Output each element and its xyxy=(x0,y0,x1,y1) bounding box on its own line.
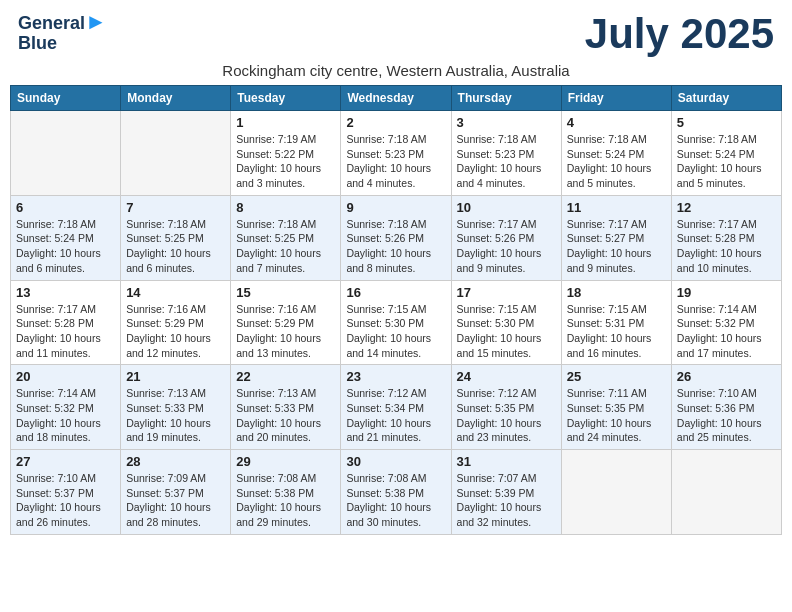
day-number: 12 xyxy=(677,200,776,215)
day-info: Sunrise: 7:18 AMSunset: 5:25 PMDaylight:… xyxy=(236,217,335,276)
calendar-cell xyxy=(561,450,671,535)
day-number: 21 xyxy=(126,369,225,384)
calendar-header-row: SundayMondayTuesdayWednesdayThursdayFrid… xyxy=(11,86,782,111)
calendar-cell: 13Sunrise: 7:17 AMSunset: 5:28 PMDayligh… xyxy=(11,280,121,365)
day-number: 3 xyxy=(457,115,556,130)
calendar-cell: 15Sunrise: 7:16 AMSunset: 5:29 PMDayligh… xyxy=(231,280,341,365)
logo-general: General► xyxy=(18,10,107,34)
day-number: 19 xyxy=(677,285,776,300)
page-header: General► Blue July 2025 xyxy=(10,10,782,58)
weekday-header-saturday: Saturday xyxy=(671,86,781,111)
day-number: 7 xyxy=(126,200,225,215)
day-number: 11 xyxy=(567,200,666,215)
calendar-cell: 17Sunrise: 7:15 AMSunset: 5:30 PMDayligh… xyxy=(451,280,561,365)
calendar-cell: 27Sunrise: 7:10 AMSunset: 5:37 PMDayligh… xyxy=(11,450,121,535)
calendar-week-row: 13Sunrise: 7:17 AMSunset: 5:28 PMDayligh… xyxy=(11,280,782,365)
calendar-cell: 26Sunrise: 7:10 AMSunset: 5:36 PMDayligh… xyxy=(671,365,781,450)
day-info: Sunrise: 7:18 AMSunset: 5:26 PMDaylight:… xyxy=(346,217,445,276)
day-info: Sunrise: 7:18 AMSunset: 5:25 PMDaylight:… xyxy=(126,217,225,276)
day-info: Sunrise: 7:13 AMSunset: 5:33 PMDaylight:… xyxy=(236,386,335,445)
day-info: Sunrise: 7:14 AMSunset: 5:32 PMDaylight:… xyxy=(16,386,115,445)
day-info: Sunrise: 7:16 AMSunset: 5:29 PMDaylight:… xyxy=(236,302,335,361)
calendar-cell: 2Sunrise: 7:18 AMSunset: 5:23 PMDaylight… xyxy=(341,111,451,196)
weekday-header-sunday: Sunday xyxy=(11,86,121,111)
day-number: 10 xyxy=(457,200,556,215)
day-info: Sunrise: 7:14 AMSunset: 5:32 PMDaylight:… xyxy=(677,302,776,361)
calendar-cell: 28Sunrise: 7:09 AMSunset: 5:37 PMDayligh… xyxy=(121,450,231,535)
day-number: 18 xyxy=(567,285,666,300)
day-number: 1 xyxy=(236,115,335,130)
calendar-cell xyxy=(671,450,781,535)
day-number: 5 xyxy=(677,115,776,130)
calendar-cell xyxy=(11,111,121,196)
calendar-cell: 12Sunrise: 7:17 AMSunset: 5:28 PMDayligh… xyxy=(671,195,781,280)
logo: General► Blue xyxy=(18,10,107,54)
weekday-header-friday: Friday xyxy=(561,86,671,111)
day-info: Sunrise: 7:07 AMSunset: 5:39 PMDaylight:… xyxy=(457,471,556,530)
day-info: Sunrise: 7:18 AMSunset: 5:24 PMDaylight:… xyxy=(677,132,776,191)
calendar-cell: 10Sunrise: 7:17 AMSunset: 5:26 PMDayligh… xyxy=(451,195,561,280)
day-number: 9 xyxy=(346,200,445,215)
calendar-week-row: 20Sunrise: 7:14 AMSunset: 5:32 PMDayligh… xyxy=(11,365,782,450)
calendar-cell: 9Sunrise: 7:18 AMSunset: 5:26 PMDaylight… xyxy=(341,195,451,280)
calendar-cell: 21Sunrise: 7:13 AMSunset: 5:33 PMDayligh… xyxy=(121,365,231,450)
calendar-cell: 1Sunrise: 7:19 AMSunset: 5:22 PMDaylight… xyxy=(231,111,341,196)
day-number: 23 xyxy=(346,369,445,384)
day-info: Sunrise: 7:17 AMSunset: 5:28 PMDaylight:… xyxy=(16,302,115,361)
day-number: 29 xyxy=(236,454,335,469)
calendar-cell: 24Sunrise: 7:12 AMSunset: 5:35 PMDayligh… xyxy=(451,365,561,450)
day-number: 17 xyxy=(457,285,556,300)
day-info: Sunrise: 7:08 AMSunset: 5:38 PMDaylight:… xyxy=(236,471,335,530)
calendar-table: SundayMondayTuesdayWednesdayThursdayFrid… xyxy=(10,85,782,535)
day-number: 30 xyxy=(346,454,445,469)
day-number: 16 xyxy=(346,285,445,300)
calendar-cell: 6Sunrise: 7:18 AMSunset: 5:24 PMDaylight… xyxy=(11,195,121,280)
day-number: 15 xyxy=(236,285,335,300)
calendar-cell: 4Sunrise: 7:18 AMSunset: 5:24 PMDaylight… xyxy=(561,111,671,196)
calendar-cell: 22Sunrise: 7:13 AMSunset: 5:33 PMDayligh… xyxy=(231,365,341,450)
subtitle: Rockingham city centre, Western Australi… xyxy=(10,62,782,79)
weekday-header-monday: Monday xyxy=(121,86,231,111)
day-number: 6 xyxy=(16,200,115,215)
calendar-cell: 19Sunrise: 7:14 AMSunset: 5:32 PMDayligh… xyxy=(671,280,781,365)
calendar-cell: 20Sunrise: 7:14 AMSunset: 5:32 PMDayligh… xyxy=(11,365,121,450)
logo-blue: Blue xyxy=(18,34,107,54)
calendar-cell: 16Sunrise: 7:15 AMSunset: 5:30 PMDayligh… xyxy=(341,280,451,365)
calendar-cell: 31Sunrise: 7:07 AMSunset: 5:39 PMDayligh… xyxy=(451,450,561,535)
calendar-cell: 3Sunrise: 7:18 AMSunset: 5:23 PMDaylight… xyxy=(451,111,561,196)
calendar-cell: 11Sunrise: 7:17 AMSunset: 5:27 PMDayligh… xyxy=(561,195,671,280)
calendar-cell: 8Sunrise: 7:18 AMSunset: 5:25 PMDaylight… xyxy=(231,195,341,280)
calendar-cell: 5Sunrise: 7:18 AMSunset: 5:24 PMDaylight… xyxy=(671,111,781,196)
calendar-cell: 23Sunrise: 7:12 AMSunset: 5:34 PMDayligh… xyxy=(341,365,451,450)
day-info: Sunrise: 7:09 AMSunset: 5:37 PMDaylight:… xyxy=(126,471,225,530)
day-info: Sunrise: 7:17 AMSunset: 5:28 PMDaylight:… xyxy=(677,217,776,276)
day-info: Sunrise: 7:12 AMSunset: 5:35 PMDaylight:… xyxy=(457,386,556,445)
day-number: 8 xyxy=(236,200,335,215)
weekday-header-wednesday: Wednesday xyxy=(341,86,451,111)
calendar-cell: 30Sunrise: 7:08 AMSunset: 5:38 PMDayligh… xyxy=(341,450,451,535)
calendar-week-row: 6Sunrise: 7:18 AMSunset: 5:24 PMDaylight… xyxy=(11,195,782,280)
calendar-cell: 7Sunrise: 7:18 AMSunset: 5:25 PMDaylight… xyxy=(121,195,231,280)
day-number: 24 xyxy=(457,369,556,384)
day-number: 31 xyxy=(457,454,556,469)
day-number: 26 xyxy=(677,369,776,384)
day-info: Sunrise: 7:18 AMSunset: 5:23 PMDaylight:… xyxy=(346,132,445,191)
day-number: 4 xyxy=(567,115,666,130)
day-info: Sunrise: 7:19 AMSunset: 5:22 PMDaylight:… xyxy=(236,132,335,191)
weekday-header-tuesday: Tuesday xyxy=(231,86,341,111)
day-info: Sunrise: 7:17 AMSunset: 5:27 PMDaylight:… xyxy=(567,217,666,276)
day-info: Sunrise: 7:15 AMSunset: 5:31 PMDaylight:… xyxy=(567,302,666,361)
day-info: Sunrise: 7:16 AMSunset: 5:29 PMDaylight:… xyxy=(126,302,225,361)
day-number: 2 xyxy=(346,115,445,130)
calendar-cell: 25Sunrise: 7:11 AMSunset: 5:35 PMDayligh… xyxy=(561,365,671,450)
day-info: Sunrise: 7:10 AMSunset: 5:36 PMDaylight:… xyxy=(677,386,776,445)
calendar-cell: 14Sunrise: 7:16 AMSunset: 5:29 PMDayligh… xyxy=(121,280,231,365)
day-info: Sunrise: 7:13 AMSunset: 5:33 PMDaylight:… xyxy=(126,386,225,445)
calendar-cell: 18Sunrise: 7:15 AMSunset: 5:31 PMDayligh… xyxy=(561,280,671,365)
day-info: Sunrise: 7:10 AMSunset: 5:37 PMDaylight:… xyxy=(16,471,115,530)
calendar-week-row: 1Sunrise: 7:19 AMSunset: 5:22 PMDaylight… xyxy=(11,111,782,196)
day-number: 22 xyxy=(236,369,335,384)
day-info: Sunrise: 7:18 AMSunset: 5:23 PMDaylight:… xyxy=(457,132,556,191)
day-info: Sunrise: 7:18 AMSunset: 5:24 PMDaylight:… xyxy=(16,217,115,276)
weekday-header-thursday: Thursday xyxy=(451,86,561,111)
